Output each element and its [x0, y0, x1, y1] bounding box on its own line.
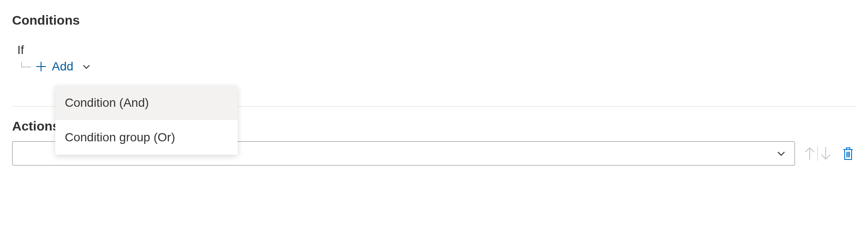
conditions-title: Conditions	[12, 13, 856, 28]
move-down-button[interactable]	[818, 146, 833, 161]
conditions-section: Conditions If Add Condition (A	[12, 13, 856, 73]
add-label: Add	[52, 60, 73, 73]
menu-item-condition-and[interactable]: Condition (And)	[55, 86, 238, 120]
reorder-controls	[802, 146, 833, 161]
if-label: If	[17, 43, 856, 57]
chevron-down-icon	[81, 61, 92, 72]
move-up-button[interactable]	[802, 146, 817, 161]
tree-connector-icon	[21, 62, 32, 71]
add-condition-button[interactable]: Add	[35, 60, 92, 73]
add-condition-row: Add Condition (And) Condition group (Or)	[21, 60, 856, 73]
menu-item-condition-group-or[interactable]: Condition group (Or)	[55, 120, 238, 155]
chevron-down-icon	[776, 148, 787, 159]
add-condition-dropdown: Condition (And) Condition group (Or)	[55, 86, 238, 155]
delete-action-button[interactable]	[840, 146, 856, 161]
plus-icon	[35, 61, 47, 72]
